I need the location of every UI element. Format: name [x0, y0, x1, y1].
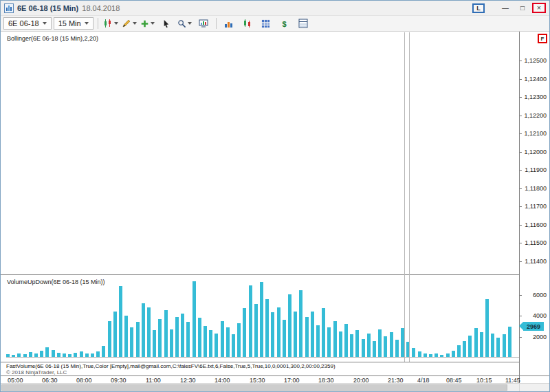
- axis-tick: [520, 79, 522, 80]
- volume-bar: [277, 307, 280, 358]
- volume-bar: [113, 312, 117, 358]
- volume-bar: [102, 346, 105, 358]
- fastvolume-panel: FastVolume(6E 06-18 (15 Min),True,Color …: [1, 362, 519, 375]
- volume-bar: [350, 334, 353, 358]
- volume-bar: [271, 312, 274, 358]
- cursor-icon: [162, 19, 170, 28]
- axis-tick: [520, 116, 522, 116]
- volume-bars-button[interactable]: [221, 17, 237, 30]
- drawing-tools-button[interactable]: [121, 17, 138, 30]
- interval-label: 15 Min: [58, 19, 81, 28]
- volume-bar: [378, 329, 382, 358]
- price-bars-button[interactable]: [239, 17, 256, 30]
- dollar-icon: $: [280, 19, 289, 28]
- fastvolume-indicator-label: FastVolume(6E 06-18 (15 Min),True,Color …: [6, 363, 336, 369]
- close-button[interactable]: ×: [532, 3, 546, 13]
- chevron-down-icon: [114, 22, 118, 25]
- time-axis[interactable]: 05:0006:3008:0009:3011:0012:3014:0015:30…: [1, 376, 549, 383]
- volume-bars: [6, 275, 519, 358]
- toolbar-separator: [98, 18, 98, 29]
- copyright-text: © 2018 NinjaTrader, LLC: [6, 369, 67, 375]
- minimize-button[interactable]: —: [498, 3, 513, 13]
- volume-bar: [503, 334, 506, 358]
- volume-bar: [237, 323, 241, 358]
- axis-label: 1,11900: [525, 166, 547, 173]
- volume-bar: [496, 338, 500, 358]
- volume-bar: [508, 327, 512, 358]
- volume-bar: [198, 318, 201, 358]
- volume-bar: [390, 332, 393, 358]
- volume-bar: [209, 330, 212, 358]
- volume-bar: [214, 334, 218, 358]
- volume-bar: [254, 304, 258, 358]
- volume-baseline: [6, 357, 519, 358]
- volume-bar: [158, 319, 162, 358]
- volume-bar: [333, 321, 337, 358]
- volume-bar: [221, 321, 224, 358]
- maximize-button[interactable]: □: [515, 3, 530, 13]
- title-bar[interactable]: 6E 06-18 (15 Min) 18.04.2018 L — □ ×: [1, 1, 549, 16]
- volume-bar: [327, 327, 331, 358]
- horizontal-scrollbar[interactable]: [1, 383, 549, 391]
- interval-selector[interactable]: 15 Min: [54, 17, 94, 30]
- axis-tick: [520, 97, 522, 98]
- volume-bar: [344, 324, 348, 358]
- axis-label: 1,12200: [524, 112, 547, 119]
- volume-bar: [124, 316, 128, 358]
- chevron-down-icon: [188, 22, 192, 25]
- volume-bar: [288, 294, 292, 358]
- volume-bar: [232, 334, 235, 358]
- price-panel[interactable]: Bollinger(6E 06-18 (15 Min),2,20): [1, 32, 519, 274]
- currency-button[interactable]: $: [276, 17, 293, 30]
- axis-label: 1,11800: [525, 185, 547, 192]
- scrollbar-thumb[interactable]: [1, 384, 507, 391]
- axis-tick: [520, 337, 522, 338]
- chevron-down-icon: [43, 22, 47, 25]
- volume-bar: [260, 282, 263, 358]
- volume-bar: [491, 334, 494, 358]
- volume-bar: [204, 326, 207, 358]
- zoom-icon: [177, 19, 186, 28]
- volume-bar: [170, 329, 173, 358]
- data-box-button[interactable]: [295, 17, 311, 30]
- instrument-selector[interactable]: 6E 06-18: [3, 17, 52, 30]
- volume-bar: [367, 334, 371, 358]
- volume-bar: [175, 317, 179, 358]
- axis-tick: [520, 295, 522, 296]
- volume-bar: [468, 336, 472, 358]
- add-indicator-button[interactable]: [140, 17, 156, 30]
- axis-tick: [520, 243, 522, 243]
- cursor-button[interactable]: [158, 17, 175, 30]
- zoom-button[interactable]: [177, 17, 193, 30]
- axis-label: 1,12400: [524, 76, 547, 83]
- toolbar: 6E 06-18 15 Min: [1, 16, 549, 32]
- chevron-down-icon: [85, 22, 89, 25]
- chart-style-button[interactable]: [102, 17, 119, 30]
- volume-bar: [142, 303, 145, 358]
- chart-window-button[interactable]: [195, 17, 212, 30]
- axis-tick: [520, 170, 522, 171]
- grid-button[interactable]: [258, 17, 274, 30]
- window-title-date: 18.04.2018: [82, 4, 120, 12]
- volume-bar: [474, 328, 478, 358]
- axis-properties-button[interactable]: F: [538, 34, 547, 43]
- toolbar-separator: [216, 18, 217, 29]
- link-button[interactable]: L: [472, 3, 485, 13]
- axis-label: 1,11400: [525, 258, 547, 265]
- volume-bar: [249, 285, 252, 358]
- volume-bar: [108, 321, 111, 358]
- chevron-down-icon: [133, 22, 137, 25]
- volume-bar: [283, 320, 286, 358]
- chart-app-icon: [4, 3, 14, 13]
- axis-tick: [520, 261, 522, 262]
- axis-label: 1,12500: [524, 57, 547, 64]
- volume-panel[interactable]: VolumeUpDown(6E 06-18 (15 Min)): [1, 275, 549, 362]
- add-indicator-icon: [140, 19, 149, 28]
- session-break-line: [409, 32, 410, 362]
- last-volume-value: 2969: [527, 323, 540, 330]
- volume-bar: [316, 325, 320, 358]
- volume-bar: [299, 290, 302, 358]
- volume-bar: [362, 339, 365, 358]
- volume-bar: [485, 299, 489, 358]
- volume-bar: [265, 299, 269, 358]
